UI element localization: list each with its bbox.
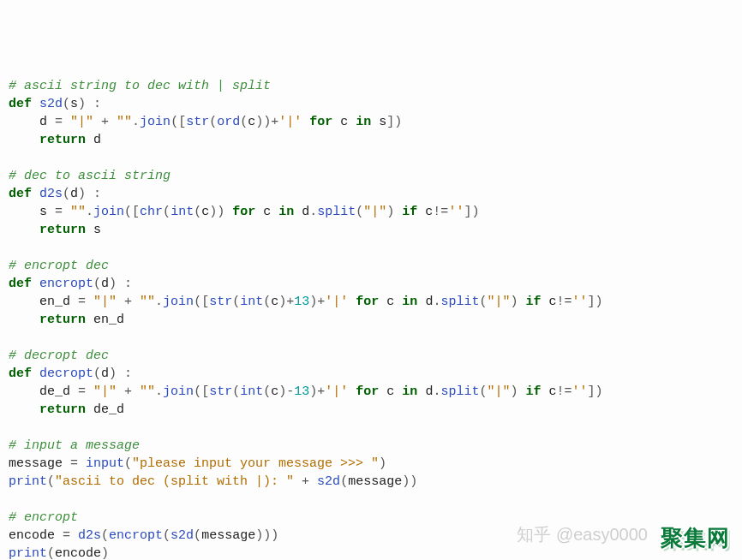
- code-token: '': [572, 384, 588, 399]
- code-token: c: [541, 295, 556, 309]
- code-token: return: [39, 133, 86, 147]
- code-token: str: [209, 384, 232, 399]
- code-token: int: [240, 295, 263, 309]
- code-token: +: [124, 295, 140, 309]
- code-token: +: [124, 384, 140, 399]
- code-token: "ascii to dec (split with |): ": [55, 474, 294, 489]
- code-token: "": [140, 384, 155, 399]
- code-token: join: [93, 205, 124, 219]
- code-line: def encropt(d) :: [9, 275, 733, 293]
- code-line: return en_d: [9, 311, 733, 329]
- code-token: (: [124, 456, 132, 471]
- code-line: en_d = "|" + "".join([str(int(c)+13)+'|'…: [9, 293, 733, 311]
- code-token: "": [140, 295, 155, 309]
- code-line: encode = d2s(encropt(s2d(message))): [9, 527, 733, 545]
- code-line: def s2d(s) :: [9, 95, 733, 113]
- code-token: .: [132, 115, 140, 129]
- code-line: d = "|" + "".join([str(ord(c))+'|' for c…: [9, 113, 733, 131]
- code-token: 13: [294, 295, 309, 309]
- code-token: join: [140, 115, 171, 129]
- code-token: (: [263, 384, 271, 399]
- code-token: en_d: [86, 313, 124, 327]
- code-token: "|": [93, 295, 117, 309]
- code-token: print: [9, 546, 47, 560]
- code-token: int: [171, 205, 194, 219]
- code-token: return: [39, 223, 86, 237]
- code-token: for: [232, 205, 255, 219]
- code-token: c: [271, 295, 278, 309]
- code-token: message: [201, 528, 255, 543]
- code-token: ): [386, 205, 402, 219]
- code-line: # encropt dec: [9, 257, 733, 275]
- code-token: c: [541, 384, 556, 399]
- code-token: decropt: [39, 366, 93, 381]
- code-block: # ascii string to dec with | splitdef s2…: [9, 77, 733, 560]
- code-token: =: [78, 384, 93, 399]
- code-token: in: [278, 205, 294, 219]
- code-token: split: [440, 295, 479, 309]
- code-token: [117, 295, 124, 309]
- code-token: ) :: [78, 97, 101, 111]
- code-token: s: [86, 223, 101, 237]
- code-line: [9, 239, 733, 257]
- code-token: in: [402, 384, 417, 399]
- code-token: d: [101, 366, 109, 381]
- code-token: "please input your message >>> ": [132, 456, 379, 471]
- code-line: return d: [9, 131, 733, 149]
- code-token: def: [9, 277, 32, 291]
- code-token: print: [9, 474, 47, 489]
- code-token: '|': [278, 115, 302, 129]
- code-token: !=: [557, 384, 572, 399]
- code-token: s: [70, 97, 78, 111]
- code-token: ]): [386, 115, 402, 129]
- code-token: for: [356, 384, 379, 399]
- code-token: [32, 277, 39, 291]
- code-token: s: [9, 205, 55, 219]
- code-token: [32, 97, 39, 111]
- code-token: "|": [93, 384, 117, 399]
- code-token: # input a message: [9, 438, 140, 453]
- code-token: c: [271, 384, 278, 399]
- code-token: def: [9, 97, 32, 111]
- code-token: split: [317, 205, 356, 219]
- code-token: "|": [70, 115, 93, 129]
- code-token: (: [163, 205, 171, 219]
- code-token: [9, 133, 39, 147]
- code-token: ) :: [109, 277, 132, 291]
- code-token: # encropt: [9, 510, 78, 525]
- code-token: =: [55, 115, 70, 129]
- code-token: .: [155, 384, 163, 399]
- code-token: =: [70, 456, 86, 471]
- code-token: .: [309, 205, 317, 219]
- code-token: # dec to ascii string: [9, 169, 171, 183]
- code-token: !=: [557, 295, 572, 309]
- code-token: s2d: [317, 474, 340, 489]
- code-token: ([: [194, 384, 209, 399]
- code-token: d2s: [78, 528, 101, 543]
- code-token: (: [63, 187, 70, 201]
- code-token: (: [47, 474, 55, 489]
- code-token: d: [417, 384, 433, 399]
- code-token: [9, 402, 39, 417]
- code-token: join: [163, 295, 194, 309]
- code-token: (: [356, 205, 363, 219]
- code-token: in: [402, 295, 417, 309]
- code-token: '': [572, 295, 588, 309]
- code-token: (: [63, 97, 70, 111]
- code-token: [294, 474, 302, 489]
- code-token: (: [240, 115, 248, 129]
- code-token: .: [155, 295, 163, 309]
- code-token: )): [255, 115, 271, 129]
- code-token: (: [101, 528, 109, 543]
- code-token: split: [440, 384, 479, 399]
- code-token: [302, 115, 309, 129]
- code-token: ) :: [78, 187, 101, 201]
- code-token: ): [379, 456, 386, 471]
- code-token: ([: [194, 295, 209, 309]
- code-line: [9, 491, 733, 509]
- code-token: message: [348, 474, 402, 489]
- code-line: # decropt dec: [9, 347, 733, 365]
- code-token: [32, 187, 39, 201]
- code-token: if: [525, 384, 541, 399]
- code-token: "": [117, 115, 132, 129]
